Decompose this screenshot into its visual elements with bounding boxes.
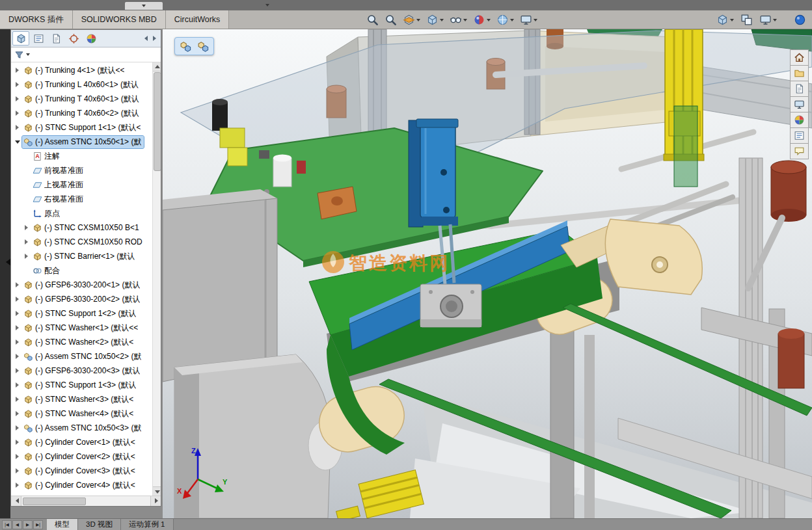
- tree-hscroll-track[interactable]: [21, 496, 150, 506]
- expand-arrow[interactable]: [23, 238, 31, 246]
- tree-item[interactable]: (-) Cylinder Cover<3> (默认<: [22, 465, 138, 477]
- expand-arrow[interactable]: [23, 252, 31, 260]
- tree-item[interactable]: (-) STNC Barrier<1> (默认: [31, 250, 137, 263]
- tab-scroll-next[interactable]: ▶: [23, 520, 33, 529]
- tree-item[interactable]: (-) STNC Washer<3> (默认<: [22, 393, 136, 406]
- tab-displaymanager[interactable]: [83, 31, 100, 46]
- view-orientation-caret-icon[interactable]: [730, 19, 734, 21]
- apply-scene-button[interactable]: [494, 12, 516, 27]
- custom-properties-button[interactable]: [790, 127, 809, 144]
- tree-item[interactable]: 上视基准面: [31, 179, 86, 191]
- study-tab[interactable]: 3D 视图: [78, 519, 121, 530]
- study-tab[interactable]: 模型: [47, 519, 78, 530]
- tab-scroll-prev[interactable]: ◀: [12, 520, 22, 529]
- expand-arrow[interactable]: [14, 66, 21, 74]
- view-palette-button[interactable]: [790, 96, 809, 113]
- section-view-caret-icon[interactable]: [416, 19, 420, 21]
- section-view-button[interactable]: [401, 12, 422, 27]
- zoom-area-button[interactable]: [383, 12, 399, 27]
- tree-hscroll-thumb[interactable]: [23, 497, 86, 505]
- command-tab[interactable]: DWORKS 插件: [0, 10, 73, 29]
- left-cabinet[interactable]: [163, 189, 277, 382]
- tree-item[interactable]: (-) Trunking T 40x60<1> (默认: [22, 93, 142, 105]
- expand-arrow[interactable]: [14, 281, 21, 289]
- expand-arrow[interactable]: [14, 367, 21, 375]
- tree-item[interactable]: 右视基准面: [31, 193, 86, 205]
- tree-item[interactable]: (-) Assem GS25-2<1> (默认<: [22, 494, 139, 496]
- tree-item[interactable]: (-) Trunking L 40x60<1> (默认: [22, 79, 141, 91]
- comments-button[interactable]: [790, 143, 809, 159]
- tree-item[interactable]: (-) STNC CXSM10X50 ROD: [31, 237, 145, 248]
- panel-tabs-scroll-left[interactable]: [141, 34, 148, 43]
- filter-caret-icon[interactable]: [26, 53, 30, 56]
- tree-item[interactable]: 注解: [31, 150, 62, 163]
- tree-item[interactable]: (-) GFSP6-3030-200<2> (默认: [22, 293, 142, 306]
- tab-propertymanager[interactable]: [30, 31, 47, 46]
- tree-vscrollbar[interactable]: [152, 62, 161, 496]
- context-open-subassembly[interactable]: [178, 39, 193, 53]
- tree-scroll-down[interactable]: [153, 486, 161, 496]
- tree-item[interactable]: (-) Assem STNC 10x50<3> (默: [22, 422, 144, 434]
- expand-arrow[interactable]: [14, 138, 21, 146]
- display-style-caret-icon[interactable]: [440, 19, 444, 21]
- expand-arrow[interactable]: [14, 81, 21, 88]
- display-settings-caret-icon[interactable]: [773, 19, 777, 21]
- tree-item[interactable]: 配合: [31, 265, 62, 277]
- study-tab[interactable]: 运动算例 1: [121, 519, 174, 530]
- tree-scroll-left[interactable]: [11, 496, 21, 506]
- tree-item[interactable]: (-) STNC Washer<4> (默认<: [22, 408, 136, 420]
- expand-arrow[interactable]: [14, 338, 21, 346]
- expand-arrow[interactable]: [14, 95, 21, 103]
- edit-appearance-button[interactable]: [471, 12, 493, 27]
- panel-collapse-arrow[interactable]: [2, 258, 11, 266]
- qat-overflow-caret-icon[interactable]: [265, 4, 269, 7]
- expand-arrow[interactable]: [14, 381, 21, 389]
- context-edit-subassembly[interactable]: [196, 39, 210, 53]
- tree-item[interactable]: (-) Assem STNC 10x50<1> (默: [22, 136, 144, 148]
- appearances-scenes-button[interactable]: [790, 112, 809, 128]
- tree-item[interactable]: (-) Cylinder Cover<1> (默认<: [22, 436, 138, 449]
- tab-configurationmanager[interactable]: [47, 31, 64, 46]
- tree-item[interactable]: (-) STNC Support 1<2> (默认: [22, 308, 139, 320]
- tab-scroll-first[interactable]: |◀: [2, 520, 12, 529]
- tab-dimxpert[interactable]: [65, 31, 82, 46]
- tree-item[interactable]: (-) STNC Washer<2> (默认<: [22, 336, 136, 349]
- home-button[interactable]: [790, 49, 809, 66]
- panel-tabs-scroll-right[interactable]: [150, 34, 158, 43]
- hide-show-items-caret-icon[interactable]: [463, 19, 467, 21]
- design-library-button[interactable]: [790, 65, 809, 81]
- expand-arrow[interactable]: [14, 324, 21, 332]
- display-style-button[interactable]: [424, 12, 446, 27]
- tree-item[interactable]: 前视基准面: [31, 165, 86, 177]
- expand-arrow[interactable]: [14, 410, 21, 417]
- tree-item[interactable]: (-) GFSP6-3030-200<1> (默认: [22, 279, 142, 291]
- expand-arrow[interactable]: [14, 438, 21, 446]
- tree-item[interactable]: (-) STNC Washer<1> (默认<<: [22, 322, 141, 334]
- expand-arrow[interactable]: [14, 352, 21, 360]
- expand-arrow[interactable]: [14, 481, 21, 489]
- expand-arrow[interactable]: [14, 467, 21, 475]
- hide-show-items-button[interactable]: [448, 12, 469, 27]
- expand-arrow[interactable]: [14, 124, 21, 131]
- tab-featuremanager[interactable]: [12, 31, 29, 46]
- view-orientation-button[interactable]: [714, 12, 736, 27]
- tree-scroll-right[interactable]: [150, 496, 161, 506]
- expand-arrow[interactable]: [14, 395, 21, 403]
- tree-item[interactable]: (-) Cylinder Cover<2> (默认<: [22, 451, 138, 463]
- tree-item[interactable]: (-) Trunking T 40x60<2> (默认: [22, 107, 142, 120]
- expand-arrow[interactable]: [14, 109, 21, 117]
- tree-item[interactable]: (-) STNC Support 1<1> (默认<: [22, 122, 143, 134]
- tree-item[interactable]: (-) GFSP6-3030-200<3> (默认: [22, 365, 142, 377]
- view-settings-caret-icon[interactable]: [534, 19, 537, 21]
- tree-hscrollbar[interactable]: [11, 496, 161, 506]
- expand-arrow[interactable]: [14, 295, 21, 303]
- tree-item[interactable]: (-) STNC Support 1<3> (默认: [22, 379, 139, 391]
- display-settings-button[interactable]: [757, 12, 779, 27]
- tree-item[interactable]: (-) Trunking 4<1> (默认<<: [22, 64, 127, 77]
- zoom-fit-button[interactable]: [364, 12, 381, 27]
- tree-item[interactable]: (-) Cylinder Cover<4> (默认<: [22, 479, 138, 492]
- file-explorer-button[interactable]: [790, 81, 809, 97]
- sensor-block[interactable]: [420, 284, 481, 327]
- model-3d-scene[interactable]: Z Y X 智造资料网: [163, 29, 812, 518]
- expand-arrow[interactable]: [14, 310, 21, 317]
